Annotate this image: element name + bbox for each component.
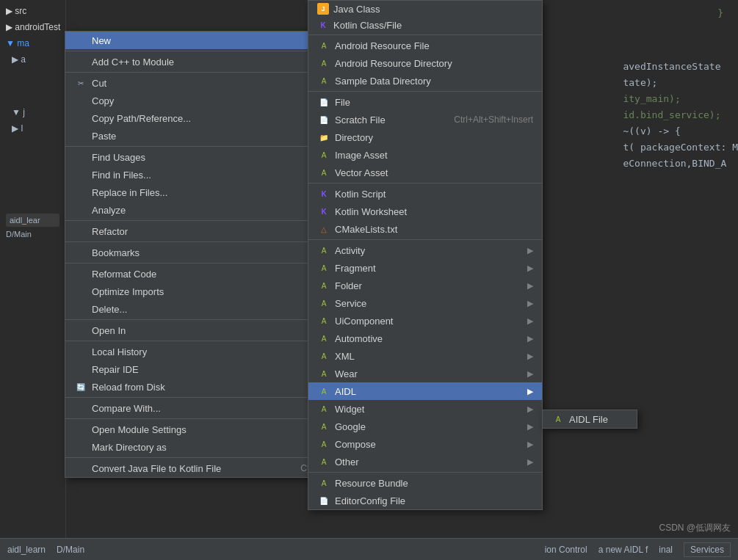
bottom-dmain: D/Main <box>57 545 84 555</box>
menu-item-activity[interactable]: A Activity ▶ <box>308 241 542 259</box>
code-line-4: id.bind_service); <box>623 107 738 123</box>
automotive-label: Automotive <box>335 333 524 344</box>
compose-label: Compose <box>335 439 524 450</box>
project-sidebar: ▶ src ▶ androidTest ▼ ma ▶ a ▼ j ▶ I aid… <box>0 0 66 560</box>
wear-arrow: ▶ <box>527 369 533 379</box>
menu-item-aidlfile[interactable]: A AIDL File <box>543 410 637 428</box>
menu-item-kotlinclass[interactable]: K Kotlin Class/File <box>308 17 542 33</box>
wear-icon: A <box>317 367 330 380</box>
menu-item-vectorasset[interactable]: A Vector Asset <box>308 164 542 181</box>
submenu-new: J Java Class K Kotlin Class/File A Andro… <box>308 0 543 510</box>
menu-item-xml[interactable]: A XML ▶ <box>308 347 542 365</box>
comparewith-icon <box>74 401 87 415</box>
menu-item-compose[interactable]: A Compose ▶ <box>308 435 542 453</box>
optimizeimports-label: Optimize Imports <box>92 286 308 297</box>
bottom-aidl-note: a new AIDL f <box>598 545 648 555</box>
menu-item-scratchfile[interactable]: 📄 Scratch File Ctrl+Alt+Shift+Insert <box>308 111 542 128</box>
editorconfigfile-label: EditorConfig File <box>335 495 533 506</box>
addcpp-icon <box>74 55 87 68</box>
code-line-6: t( packageContext: M <box>623 139 738 156</box>
sidebar-j: ▼ j <box>0 104 65 120</box>
bottom-aidl-learn: aidl_learn <box>7 545 46 555</box>
code-line-2: tate); <box>623 75 738 91</box>
scratchfile-label: Scratch File <box>335 114 446 126</box>
menu-item-editorconfigfile[interactable]: 📄 EditorConfig File <box>308 492 542 509</box>
javaclass-icon: J <box>317 3 329 15</box>
menu-item-androidresfile[interactable]: A Android Resource File <box>308 37 542 54</box>
dmain-badge: D/Main <box>6 230 59 239</box>
folder-arrow: ▶ <box>527 281 533 291</box>
service-icon: A <box>317 297 330 310</box>
submenu-sep-1 <box>308 34 542 35</box>
aidl-arrow: ▶ <box>527 387 533 396</box>
submenu-sep-3 <box>308 183 542 183</box>
menu-item-uicomponent[interactable]: A UiComponent ▶ <box>308 312 542 330</box>
bottom-inal: inal <box>659 545 673 555</box>
kotlinscript-label: Kotlin Script <box>335 189 533 200</box>
menu-item-google[interactable]: A Google ▶ <box>308 418 542 435</box>
imageasset-icon: A <box>317 148 330 161</box>
watermark: CSDN @低调网友 <box>659 522 731 534</box>
other-label: Other <box>335 457 524 468</box>
cmakelists-label: CMakeLists.txt <box>335 224 533 235</box>
other-icon: A <box>317 455 330 468</box>
other-arrow: ▶ <box>527 457 533 467</box>
sidebar-src: ▶ src <box>0 0 65 19</box>
submenu-aidl: A AIDL File <box>542 410 637 429</box>
reformatcode-label: Reformat Code <box>92 269 310 280</box>
uicomponent-arrow: ▶ <box>527 316 533 326</box>
cut-icon: ✂ <box>74 76 87 90</box>
xml-icon: A <box>317 349 330 363</box>
widget-arrow: ▶ <box>527 404 533 414</box>
menu-item-other[interactable]: A Other ▶ <box>308 453 542 470</box>
menu-item-javaclass[interactable]: J Java Class <box>308 1 542 17</box>
menu-item-widget[interactable]: A Widget ▶ <box>308 400 542 418</box>
menu-item-androidresdir[interactable]: A Android Resource Directory <box>308 54 542 72</box>
menu-item-automotive[interactable]: A Automotive ▶ <box>308 330 542 347</box>
menu-item-wear[interactable]: A Wear ▶ <box>308 365 542 382</box>
menu-item-directory[interactable]: 📁 Directory <box>308 128 542 146</box>
menu-item-sampledatadir[interactable]: A Sample Data Directory <box>308 72 542 90</box>
service-arrow: ▶ <box>527 299 533 308</box>
menu-item-file[interactable]: 📄 File <box>308 93 542 111</box>
kotlinclass-label: Kotlin Class/File <box>333 20 533 31</box>
reload-icon: 🔄 <box>74 380 87 393</box>
bottom-services[interactable]: Services <box>684 542 731 557</box>
findusages-icon <box>74 150 87 164</box>
folder-icon: A <box>317 279 330 292</box>
menu-item-folder[interactable]: A Folder ▶ <box>308 277 542 294</box>
findinfiles-icon <box>74 168 87 181</box>
sidebar-ma: ▼ ma <box>0 35 65 51</box>
javaclass-label: Java Class <box>333 4 533 15</box>
menu-item-resourcebundle[interactable]: A Resource Bundle <box>308 474 542 492</box>
convertjava-icon <box>74 462 87 475</box>
replaceinfiles-icon <box>74 186 87 199</box>
editorconfigfile-icon: 📄 <box>317 494 330 507</box>
copypath-icon <box>74 112 87 125</box>
localhistory-icon <box>74 345 87 358</box>
cut-label: Cut <box>92 78 324 89</box>
menu-item-imageasset[interactable]: A Image Asset <box>308 146 542 164</box>
androidresdir-label: Android Resource Directory <box>335 58 533 69</box>
scratchfile-shortcut: Ctrl+Alt+Shift+Insert <box>454 114 533 125</box>
menu-item-service[interactable]: A Service ▶ <box>308 294 542 312</box>
copy-icon <box>74 94 87 107</box>
refactor-icon <box>74 225 87 238</box>
menu-item-aidl[interactable]: A AIDL ▶ <box>308 382 542 400</box>
analyze-icon <box>74 203 87 217</box>
menu-item-cmakelists[interactable]: △ CMakeLists.txt <box>308 220 542 238</box>
automotive-icon: A <box>317 332 330 345</box>
menu-item-kotlinscript[interactable]: K Kotlin Script <box>308 185 542 203</box>
google-arrow: ▶ <box>527 422 533 432</box>
findinfiles-label: Find in Files... <box>92 170 302 181</box>
delete-label: Delete... <box>92 304 323 315</box>
aidl-learn-badge: aidl_lear <box>6 214 59 227</box>
sidebar-a: ▶ a <box>0 51 65 68</box>
menu-item-kotlinworksheet[interactable]: K Kotlin Worksheet <box>308 203 542 220</box>
menu-item-fragment[interactable]: A Fragment ▶ <box>308 259 542 277</box>
folder-label: Folder <box>335 280 524 291</box>
reformatcode-icon <box>74 267 87 280</box>
vectorasset-icon: A <box>317 166 330 179</box>
google-label: Google <box>335 421 524 432</box>
activity-icon: A <box>317 244 330 257</box>
